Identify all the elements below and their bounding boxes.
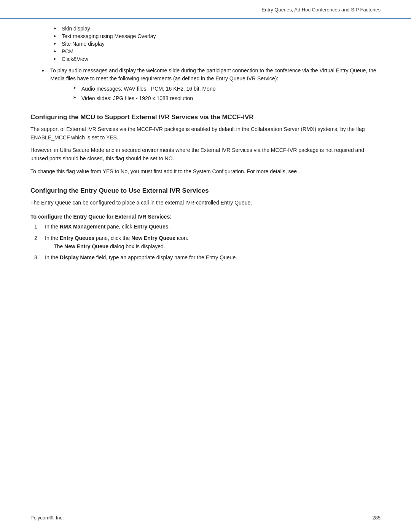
step-2-sub-text: The New Entry Queue dialog box is displa…	[45, 243, 165, 249]
step-3-num: 3	[34, 254, 37, 262]
step-3: 3 In the Display Name field, type an app…	[34, 254, 381, 262]
step-2-text: In the Entry Queues pane, click the New …	[45, 235, 188, 241]
dot-list: To play audio messages and display the w…	[42, 67, 381, 102]
list-item-audio: Audio messages: WAV files - PCM, 16 KHz,…	[73, 85, 381, 93]
arrow-sub-list: Audio messages: WAV files - PCM, 16 KHz,…	[73, 85, 381, 102]
content-area: Skin display Text messaging using Messag…	[0, 26, 411, 262]
list-item-skin: Skin display	[53, 26, 381, 32]
step-2: 2 In the Entry Queues pane, click the Ne…	[34, 234, 381, 251]
numbered-list: 1 In the RMX Management pane, click Entr…	[34, 223, 381, 262]
list-item-pcm: PCM	[53, 48, 381, 54]
list-item-site-name: Site Name display	[53, 41, 381, 47]
step-1-num: 1	[34, 223, 37, 231]
section1-para1: The support of External IVR Services via…	[30, 125, 381, 142]
dot-list-item-media: To play audio messages and display the w…	[42, 67, 381, 102]
section2-heading: Configuring the Entry Queue to Use Exter…	[30, 187, 381, 195]
page-footer: Polycom®, Inc. 285	[30, 515, 381, 521]
step-3-text: In the Display Name field, type an appro…	[45, 254, 237, 260]
section1-para3: To change this flag value from YES to No…	[30, 168, 381, 176]
footer-right: 285	[372, 515, 381, 521]
step-1: 1 In the RMX Management pane, click Entr…	[34, 223, 381, 231]
section2-sub-heading: To configure the Entry Queue for Externa…	[30, 214, 381, 220]
list-item-video: Video slides: JPG files - 1920 x 1088 re…	[73, 94, 381, 102]
header-title: Entry Queues, Ad Hoc Conferences and SIP…	[30, 7, 381, 15]
page-header: Entry Queues, Ad Hoc Conferences and SIP…	[0, 0, 411, 19]
step-1-text: In the RMX Management pane, click Entry …	[45, 224, 170, 230]
section2-para1: The Entry Queue can be configured to pla…	[30, 199, 381, 207]
list-item-text-messaging: Text messaging using Message Overlay	[53, 33, 381, 39]
list-item-clickview: Click&View	[53, 56, 381, 62]
dot-list-item-text: To play audio messages and display the w…	[50, 67, 376, 81]
section1-heading: Configuring the MCU to Support External …	[30, 113, 381, 121]
footer-left: Polycom®, Inc.	[30, 515, 64, 521]
section1-para2: However, in Ultra Secure Mode and in sec…	[30, 146, 381, 163]
page-container: Entry Queues, Ad Hoc Conferences and SIP…	[0, 0, 411, 532]
step-2-num: 2	[34, 234, 37, 243]
arrow-list-1: Skin display Text messaging using Messag…	[53, 26, 381, 62]
